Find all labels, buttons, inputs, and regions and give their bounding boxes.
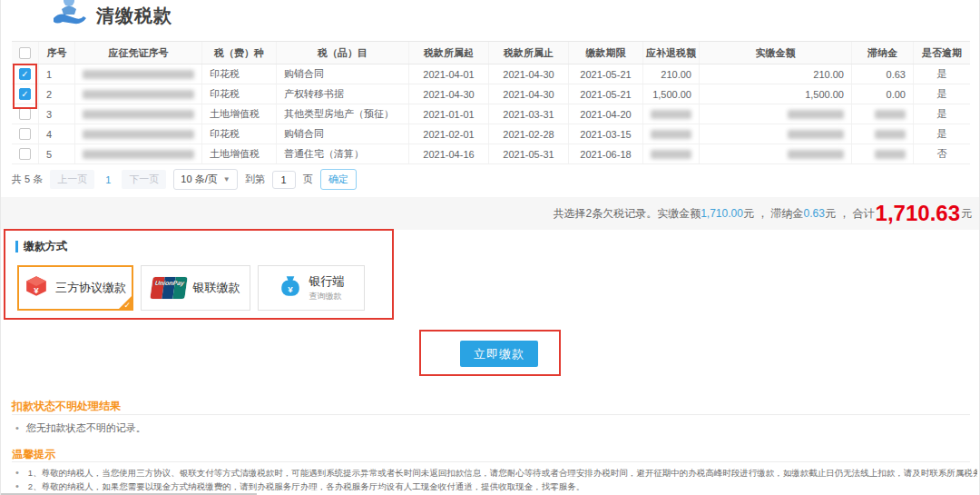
- table-cell-paid: 210.00: [700, 64, 852, 84]
- table-cell-late_fee: [852, 104, 914, 124]
- row-checkbox[interactable]: ✓: [19, 68, 31, 80]
- deduction-status-item: 您无扣款状态不明的记录。: [15, 421, 146, 435]
- select-all-checkbox[interactable]: [19, 47, 31, 59]
- chevron-down-icon: ▼: [223, 175, 230, 183]
- table-cell-seq: 1: [39, 64, 75, 84]
- table-cell-deadline: 2021-05-21: [569, 64, 643, 84]
- table-cell-end: 2021-02-28: [489, 124, 569, 144]
- table-cell-tax_type: 印花税: [202, 84, 277, 104]
- unionpay-logo-text: UnionPay: [154, 280, 184, 286]
- col-header-start: 税款所属起: [409, 42, 489, 64]
- table-cell-overdue: 是: [914, 124, 970, 144]
- col-header-overdue: 是否逾期: [914, 42, 970, 64]
- summary-unit: 元: [961, 206, 972, 222]
- unionpay-logo: UnionPay: [150, 277, 187, 299]
- table-cell-overdue: 是: [914, 104, 970, 124]
- table-cell-due: [643, 144, 700, 163]
- prev-page-button[interactable]: 上一页: [50, 170, 94, 189]
- row-checkbox[interactable]: ✓: [19, 88, 31, 100]
- check-icon: ✓: [123, 301, 131, 310]
- table-cell-due: 1,500.00: [643, 84, 700, 104]
- summary-mid1: 元 ， 滞纳金: [743, 206, 804, 222]
- blue-bar-icon: [15, 241, 18, 252]
- page-title: 清缴税款: [96, 4, 172, 28]
- table-cell-voucher: [75, 84, 202, 104]
- col-header-seq: 序号: [39, 42, 75, 64]
- table-row: 5土地增值税普通住宅（清算）2021-04-162021-05-312021-0…: [12, 144, 970, 164]
- table-cell-voucher: [75, 124, 202, 144]
- table-cell-deadline: 2021-05-21: [569, 84, 643, 104]
- table-cell-end: 2021-04-30: [489, 64, 569, 84]
- page-size-select[interactable]: 10 条/页 ▼: [173, 169, 237, 190]
- payment-option-unionpay[interactable]: UnionPay 银联缴款: [141, 265, 250, 311]
- redacted-value: [875, 150, 906, 159]
- table-cell-seq: 3: [39, 104, 75, 124]
- summary-mid2: 元 ， 合计: [825, 206, 875, 222]
- table-row: 3土地增值税其他类型房地产（预征）2021-01-012021-03-31202…: [12, 104, 970, 124]
- row-checkbox[interactable]: [19, 108, 31, 120]
- table-cell-seq: 2: [39, 84, 75, 104]
- col-header-taxitem: 税（品）目: [277, 42, 409, 64]
- table-cell-seq: 4: [39, 124, 75, 144]
- table-cell-tax_item: 普通住宅（清算）: [277, 144, 409, 163]
- table-cell-voucher: [75, 104, 202, 124]
- table-cell-late_fee: [852, 124, 914, 144]
- redacted-value: [788, 130, 844, 139]
- redacted-value: [788, 110, 844, 119]
- row-checkbox[interactable]: [19, 148, 31, 160]
- table-cell-tax_item: 购销合同: [277, 64, 409, 84]
- table-cell-late_fee: [852, 144, 914, 163]
- payment-option-tripartite[interactable]: ¥ 三方协议缴款 ✓: [17, 265, 133, 311]
- table-cell-end: 2021-04-30: [489, 84, 569, 104]
- table-cell-deadline: 2021-03-15: [569, 124, 643, 144]
- table-header-row: 序号 应征凭证序号 税（费）种 税（品）目 税款所属起 税款所属止 缴款期限 应…: [12, 41, 970, 64]
- col-header-taxtype: 税（费）种: [202, 42, 277, 64]
- table-cell-overdue: 否: [914, 144, 970, 163]
- redacted-value: [788, 150, 844, 159]
- table-cell-tax_item: 产权转移书据: [277, 84, 409, 104]
- table-row: ✓2印花税产权转移书据2021-04-302021-04-302021-05-2…: [12, 84, 970, 104]
- selection-summary: 共选择2条欠税记录。实缴金额1,710.00 元 ， 滞纳金 0.63元 ， 合…: [1, 197, 980, 230]
- deduction-status-title: 扣款状态不明处理结果: [12, 399, 121, 414]
- hand-holding-person-icon: [51, 0, 87, 29]
- table-cell-voucher: [75, 64, 202, 84]
- table-cell-end: 2021-03-31: [489, 104, 569, 124]
- svg-text:¥: ¥: [288, 284, 293, 294]
- goto-suffix: 页: [303, 173, 313, 186]
- table-cell-due: 210.00: [643, 64, 700, 84]
- table-cell-deadline: 2021-04-20: [569, 104, 643, 124]
- table-cell-tax_type: 印花税: [202, 64, 277, 84]
- table-cell-start: 2021-04-16: [409, 144, 489, 163]
- redacted-value: [875, 130, 906, 139]
- payment-option-sublabel: 查询缴款: [309, 291, 345, 302]
- row-checkbox[interactable]: [19, 128, 31, 140]
- tax-table: 序号 应征凭证序号 税（费）种 税（品）目 税款所属起 税款所属止 缴款期限 应…: [12, 41, 970, 164]
- table-cell-end: 2021-05-31: [489, 144, 569, 163]
- table-cell-tax_type: 土地增值税: [202, 104, 277, 124]
- pay-now-button[interactable]: 立即缴款: [460, 341, 538, 367]
- redacted-value: [83, 110, 194, 119]
- redacted-value: [651, 110, 691, 119]
- current-page[interactable]: 1: [102, 174, 114, 185]
- redacted-value: [83, 130, 194, 139]
- summary-paid-amount: 1,710.00: [701, 207, 743, 220]
- svg-text:¥: ¥: [34, 285, 39, 295]
- payment-method-title: 缴款方式: [15, 239, 67, 254]
- confirm-page-button[interactable]: 确定: [320, 169, 357, 190]
- summary-late-fee: 0.63: [804, 207, 825, 220]
- tip-item: 1、尊敬的纳税人，当您使用三方协议、银联支付等方式清缴税款时，可能遇到系统提示异…: [15, 467, 977, 480]
- payment-options: ¥ 三方协议缴款 ✓ UnionPay 银联缴款 ¥ 银行: [17, 265, 365, 311]
- table-cell-paid: [700, 104, 852, 124]
- divider: [12, 461, 970, 462]
- redacted-value: [83, 150, 194, 159]
- divider: [12, 414, 970, 415]
- col-header-paid: 实缴金额: [700, 42, 852, 64]
- payment-method-label: 缴款方式: [24, 239, 67, 254]
- next-page-button[interactable]: 下一页: [122, 170, 166, 189]
- redacted-value: [875, 110, 906, 119]
- col-header-voucher: 应征凭证序号: [75, 42, 202, 64]
- table-cell-overdue: 是: [914, 64, 970, 84]
- table-cell-paid: [700, 144, 852, 163]
- goto-page-input[interactable]: [272, 171, 296, 189]
- payment-option-bank[interactable]: ¥ 银行端 查询缴款: [258, 265, 365, 311]
